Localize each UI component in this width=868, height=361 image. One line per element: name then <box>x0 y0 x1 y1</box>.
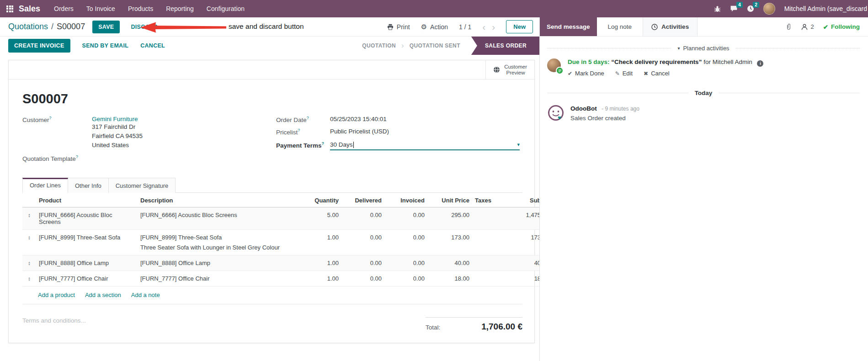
user-menu[interactable]: Mitchell Admin (save_discard <box>784 5 867 12</box>
column-header-unit-price[interactable]: Unit Price <box>427 193 472 207</box>
line-product[interactable]: [FURN_6666] Acoustic Bloc Screens <box>36 207 138 229</box>
add-a-section-link[interactable]: Add a section <box>85 292 121 298</box>
nav-menu-item[interactable]: Configuration <box>207 5 245 12</box>
line-quantity[interactable]: 5.00 <box>305 207 341 229</box>
drag-handle-icon[interactable]: ▴▾ <box>25 234 33 240</box>
line-taxes[interactable] <box>472 255 499 271</box>
line-taxes[interactable] <box>472 229 499 255</box>
line-unit-price[interactable]: 40.00 <box>427 255 472 271</box>
edit-activity-button[interactable]: ✎Edit <box>615 70 633 77</box>
message-author[interactable]: OdooBot <box>570 105 597 112</box>
send-by-email-button[interactable]: SEND BY EMAIL <box>82 42 129 49</box>
drag-handle-icon[interactable]: ▴▾ <box>25 275 33 281</box>
log-note-button[interactable]: Log note <box>597 17 643 36</box>
new-button[interactable]: New <box>506 20 533 33</box>
pager-previous-icon[interactable]: ‹ <box>482 24 485 30</box>
pricelist-value[interactable]: Public Pricelist (USD) <box>330 128 389 136</box>
order-line-row[interactable]: ▴▾ [FURN_8999] Three-Seat Sofa [FURN_899… <box>22 229 568 255</box>
line-product[interactable]: [FURN_8888] Office Lamp <box>36 255 138 271</box>
user-avatar[interactable] <box>763 3 775 15</box>
order-date-value[interactable]: 05/25/2023 15:40:01 <box>330 116 387 123</box>
drag-handle-icon[interactable]: ▴▾ <box>25 212 33 218</box>
app-name[interactable]: Sales <box>19 4 40 14</box>
notebook-tab[interactable]: Customer Signature <box>109 178 176 193</box>
breadcrumb-quotations-link[interactable]: Quotations <box>8 22 48 32</box>
line-taxes[interactable] <box>472 271 499 286</box>
column-header-description[interactable]: Description <box>138 193 305 207</box>
nav-menu-item[interactable]: Orders <box>54 5 74 12</box>
help-marker[interactable]: ? <box>298 128 300 133</box>
send-message-button[interactable]: Send message <box>540 17 597 36</box>
stage-quotation-sent[interactable]: QUOTATION SENT <box>404 42 466 49</box>
nav-menu-item[interactable]: Reporting <box>166 5 194 12</box>
mark-done-button[interactable]: ✔Mark Done <box>568 70 604 77</box>
print-button[interactable]: Print <box>387 23 410 31</box>
line-description[interactable]: [FURN_8888] Office Lamp <box>138 255 305 271</box>
nav-menu-item[interactable]: To Invoice <box>86 5 115 12</box>
order-line-row[interactable]: ▴▾ [FURN_7777] Office Chair [FURN_7777] … <box>22 271 568 286</box>
column-header-taxes[interactable]: Taxes <box>472 193 499 207</box>
line-description[interactable]: [FURN_7777] Office Chair <box>138 271 305 286</box>
line-delivered[interactable]: 0.00 <box>341 229 384 255</box>
discard-button[interactable]: DISCARD <box>131 24 158 30</box>
line-invoiced[interactable]: 0.00 <box>384 207 427 229</box>
line-product[interactable]: [FURN_7777] Office Chair <box>36 271 138 286</box>
help-marker[interactable]: ? <box>76 154 78 159</box>
line-quantity[interactable]: 1.00 <box>305 255 341 271</box>
order-line-row[interactable]: ▴▾ [FURN_8888] Office Lamp [FURN_8888] O… <box>22 255 568 271</box>
line-taxes[interactable] <box>472 207 499 229</box>
customer-link[interactable]: Gemini Furniture <box>92 116 138 122</box>
notebook-tab[interactable]: Other Info <box>68 178 109 193</box>
terms-and-conditions-input[interactable]: Terms and conditions... <box>22 317 86 332</box>
action-menu[interactable]: ⚙ Action <box>421 23 448 31</box>
activities-clock-icon[interactable]: 2 <box>747 5 754 12</box>
line-quantity[interactable]: 1.00 <box>305 229 341 255</box>
help-marker[interactable]: ? <box>49 116 52 120</box>
chevron-down-icon[interactable]: ▾ <box>517 142 520 148</box>
line-description[interactable]: [FURN_8999] Three-Seat SofaThree Seater … <box>138 229 305 255</box>
create-invoice-button[interactable]: CREATE INVOICE <box>8 39 70 53</box>
cancel-activity-button[interactable]: ✖Cancel <box>644 70 670 77</box>
line-unit-price[interactable]: 18.00 <box>427 271 472 286</box>
following-button[interactable]: ✔ Following <box>823 23 860 31</box>
help-marker[interactable]: ? <box>307 116 309 120</box>
planned-activities-toggle[interactable]: ▾Planned activities <box>677 45 729 52</box>
apps-grid-icon[interactable] <box>6 5 13 12</box>
cancel-order-button[interactable]: CANCEL <box>140 42 165 49</box>
line-invoiced[interactable]: 0.00 <box>384 229 427 255</box>
column-header-product[interactable]: Product <box>36 193 138 207</box>
column-header-invoiced[interactable]: Invoiced <box>384 193 427 207</box>
stage-sales-order-active[interactable]: SALES ORDER <box>471 37 539 55</box>
activities-button[interactable]: Activities <box>643 17 698 36</box>
debug-bug-icon[interactable] <box>714 5 721 12</box>
add-a-note-link[interactable]: Add a note <box>131 292 160 298</box>
line-unit-price[interactable]: 173.00 <box>427 229 472 255</box>
nav-menu-item[interactable]: Products <box>128 5 153 12</box>
pager-next-icon[interactable]: › <box>492 24 495 30</box>
help-marker[interactable]: ? <box>322 141 325 146</box>
line-description[interactable]: [FURN_6666] Acoustic Bloc Screens <box>138 207 305 229</box>
followers-button[interactable]: 2 <box>801 23 814 30</box>
info-icon[interactable]: i <box>757 60 763 67</box>
line-quantity[interactable]: 1.00 <box>305 271 341 286</box>
line-unit-price[interactable]: 295.00 <box>427 207 472 229</box>
messages-icon[interactable]: 4 <box>730 5 738 12</box>
order-line-row[interactable]: ▴▾ [FURN_6666] Acoustic Bloc Screens [FU… <box>22 207 568 229</box>
payment-terms-field[interactable]: 30 Days ▾ <box>330 141 520 150</box>
column-header-quantity[interactable]: Quantity <box>305 193 341 207</box>
line-invoiced[interactable]: 0.00 <box>384 271 427 286</box>
drag-handle-icon[interactable]: ▴▾ <box>25 260 33 265</box>
activity-title: “Check delivery requirements” <box>611 58 702 65</box>
notebook-tab[interactable]: Order Lines <box>22 178 68 193</box>
line-product[interactable]: [FURN_8999] Three-Seat Sofa <box>36 229 138 255</box>
line-delivered[interactable]: 0.00 <box>341 207 384 229</box>
line-delivered[interactable]: 0.00 <box>341 271 384 286</box>
save-button[interactable]: SAVE <box>92 21 120 33</box>
add-a-product-link[interactable]: Add a product <box>38 292 75 298</box>
paperclip-icon[interactable] <box>785 23 792 31</box>
customer-preview-button[interactable]: CustomerPreview <box>485 60 534 79</box>
line-delivered[interactable]: 0.00 <box>341 255 384 271</box>
stage-quotation[interactable]: QUOTATION <box>357 42 401 49</box>
line-invoiced[interactable]: 0.00 <box>384 255 427 271</box>
column-header-delivered[interactable]: Delivered <box>341 193 384 207</box>
